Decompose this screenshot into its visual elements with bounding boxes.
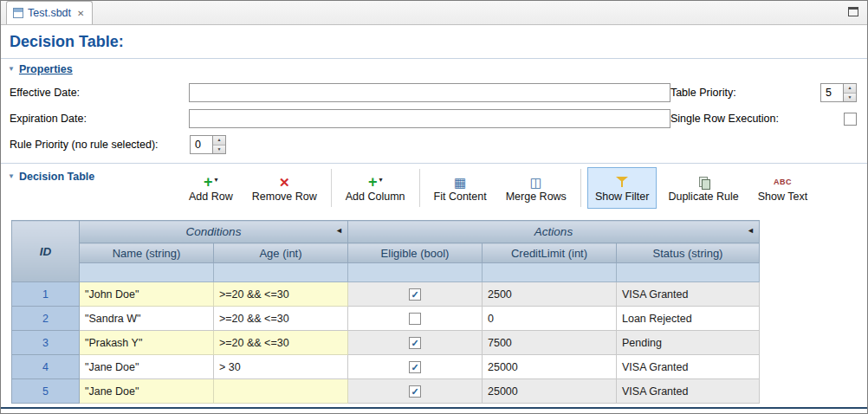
eligible-cell[interactable]: ✓ <box>348 355 483 379</box>
status-cell[interactable]: VISA Granted <box>617 282 760 307</box>
twistie-icon[interactable]: ▼ <box>8 173 15 180</box>
row-id-cell[interactable]: 5 <box>12 379 80 404</box>
row-id-cell[interactable]: 4 <box>12 355 80 379</box>
group-header-actions[interactable]: Actions ◄ <box>348 221 760 243</box>
properties-section-label[interactable]: Properties <box>19 63 73 75</box>
column-header-creditlimit[interactable]: CreditLimit (int) <box>483 243 617 263</box>
expiration-date-input[interactable] <box>189 109 670 128</box>
add-column-button[interactable]: +▾ Add Column <box>338 167 413 209</box>
eligible-cell[interactable]: ✓ <box>348 282 483 307</box>
collapse-conditions-icon[interactable]: ◄ <box>335 226 343 235</box>
name-cell[interactable]: "John Doe" <box>80 282 214 307</box>
eligible-checkbox[interactable]: ✓ <box>409 337 421 349</box>
age-cell[interactable]: >=20 && <=30 <box>214 331 348 355</box>
name-cell[interactable]: "Jane Doe" <box>80 355 214 379</box>
decision-table: ID Conditions ◄ Actions ◄ Name (string) … <box>11 220 760 404</box>
filter-cell-age[interactable] <box>214 263 348 282</box>
rule-priority-spinner[interactable]: 0 ▲ ▼ <box>190 135 226 154</box>
filter-cell-status[interactable] <box>617 263 760 282</box>
spin-down-button[interactable]: ▼ <box>213 145 225 154</box>
filter-cell-name[interactable] <box>80 263 214 282</box>
spinner-arrows: ▲ ▼ <box>212 136 225 153</box>
effective-date-label: Effective Date: <box>10 87 189 99</box>
decision-table-band: ▼ Decision Table +▾ Add Row ✕ Remove Row… <box>1 163 867 211</box>
table-row: 5 "Jane Doe" ✓ 25000 VISA Granted <box>12 379 760 404</box>
toolbar-separator <box>331 169 332 207</box>
filter-row <box>12 263 760 282</box>
tab-test-sbdt[interactable]: Test.sbdt ✕ <box>6 1 93 24</box>
row-id-cell[interactable]: 1 <box>12 282 80 307</box>
merge-rows-button[interactable]: ◫ Merge Rows <box>498 167 574 209</box>
name-cell[interactable]: "Sandra W" <box>80 307 214 331</box>
rule-priority-label: Rule Priority (no rule selected): <box>10 139 190 151</box>
table-row: 1 "John Doe" >=20 && <=30 ✓ 2500 VISA Gr… <box>12 282 760 307</box>
creditlimit-cell[interactable]: 7500 <box>483 331 617 355</box>
form-row: Rule Priority (no rule selected): 0 ▲ ▼ <box>10 132 858 158</box>
add-row-button[interactable]: +▾ Add Row <box>181 167 241 209</box>
name-cell[interactable]: "Jane Doe" <box>80 379 214 404</box>
file-icon <box>13 8 23 18</box>
filter-icon <box>616 176 628 188</box>
status-cell[interactable]: Loan Rejected <box>617 307 760 331</box>
twistie-icon[interactable]: ▼ <box>8 66 15 73</box>
show-filter-button[interactable]: Show Filter <box>587 167 657 209</box>
creditlimit-cell[interactable]: 25000 <box>483 379 617 404</box>
remove-row-button[interactable]: ✕ Remove Row <box>244 167 325 209</box>
dropdown-icon[interactable]: ▾ <box>379 176 382 184</box>
form-row: Effective Date: Table Priority: 5 ▲ ▼ <box>10 80 858 106</box>
effective-date-input[interactable] <box>189 83 670 102</box>
single-row-execution-checkbox[interactable] <box>844 113 857 126</box>
status-cell[interactable]: VISA Granted <box>617 379 760 404</box>
fit-content-button[interactable]: ▦ Fit Content <box>426 167 495 209</box>
table-priority-spinner[interactable]: 5 ▲ ▼ <box>820 83 857 102</box>
group-header-conditions[interactable]: Conditions ◄ <box>80 221 348 243</box>
eligible-checkbox[interactable]: ✓ <box>409 288 421 301</box>
age-cell[interactable]: >=20 && <=30 <box>214 282 348 307</box>
plus-icon: + <box>204 175 213 189</box>
creditlimit-cell[interactable]: 0 <box>483 307 617 331</box>
column-header-id[interactable]: ID <box>12 221 80 282</box>
status-cell[interactable]: VISA Granted <box>617 355 760 379</box>
column-header-name[interactable]: Name (string) <box>80 243 214 263</box>
show-text-button[interactable]: ABC Show Text <box>750 167 815 209</box>
maximize-icon[interactable] <box>848 7 858 16</box>
tab-close-icon[interactable]: ✕ <box>77 9 84 18</box>
filter-cell-eligible[interactable] <box>348 263 483 282</box>
duplicate-rule-button[interactable]: Duplicate Rule <box>660 167 746 209</box>
column-header-age[interactable]: Age (int) <box>214 243 348 263</box>
decision-table-section-label[interactable]: Decision Table <box>19 171 94 183</box>
eligible-cell[interactable]: ✓ <box>348 379 483 404</box>
decision-table-section-header[interactable]: ▼ Decision Table <box>1 166 94 185</box>
dropdown-icon[interactable]: ▾ <box>215 176 218 184</box>
spin-up-button[interactable]: ▲ <box>213 136 225 145</box>
table-priority-value[interactable]: 5 <box>821 84 843 101</box>
collapse-actions-icon[interactable]: ◄ <box>747 226 755 235</box>
age-cell[interactable]: >=20 && <=30 <box>214 307 348 331</box>
creditlimit-cell[interactable]: 2500 <box>483 282 617 307</box>
spinner-arrows: ▲ ▼ <box>843 84 856 101</box>
age-cell[interactable] <box>214 379 348 404</box>
eligible-cell[interactable]: ✓ <box>348 331 483 355</box>
name-cell[interactable]: "Prakash Y" <box>80 331 214 355</box>
column-header-row: Name (string) Age (int) Eligible (bool) … <box>12 243 760 263</box>
remove-icon: ✕ <box>279 176 290 189</box>
spin-up-button[interactable]: ▲ <box>844 84 856 93</box>
status-cell[interactable]: Pending <box>617 331 760 355</box>
rule-priority-value[interactable]: 0 <box>191 136 212 153</box>
right-field-group: Table Priority: 5 ▲ ▼ <box>670 83 858 102</box>
eligible-checkbox[interactable]: ✓ <box>409 361 421 373</box>
row-id-cell[interactable]: 3 <box>12 331 80 355</box>
eligible-checkbox[interactable]: ✓ <box>409 385 421 398</box>
column-header-eligible[interactable]: Eligible (bool) <box>348 243 483 263</box>
eligible-cell[interactable] <box>348 307 483 331</box>
age-cell[interactable]: > 30 <box>214 355 348 379</box>
column-header-status[interactable]: Status (string) <box>617 243 760 263</box>
filter-cell-creditlimit[interactable] <box>483 263 617 282</box>
toolbar-separator <box>419 169 420 207</box>
table-row: 4 "Jane Doe" > 30 ✓ 25000 VISA Granted <box>12 355 760 379</box>
properties-section-header[interactable]: ▼ Properties <box>1 59 867 78</box>
row-id-cell[interactable]: 2 <box>12 307 80 331</box>
spin-down-button[interactable]: ▼ <box>844 93 856 102</box>
eligible-checkbox[interactable] <box>409 313 421 325</box>
creditlimit-cell[interactable]: 25000 <box>483 355 617 379</box>
